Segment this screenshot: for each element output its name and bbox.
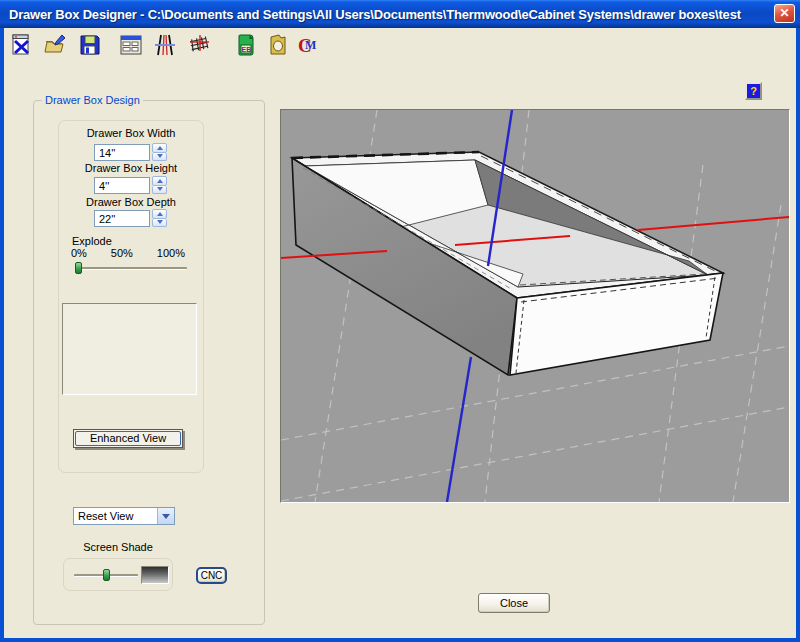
drafting-lines-icon: [153, 33, 177, 57]
cnc-button[interactable]: CNC: [196, 567, 227, 584]
drawer-box-3d-render: [281, 110, 789, 502]
group-title: Drawer Box Design: [42, 94, 143, 106]
width-label: Drawer Box Width: [58, 127, 204, 139]
preview-panel: [62, 303, 197, 395]
explode-slider[interactable]: [75, 261, 187, 275]
chevron-up-icon: [157, 179, 163, 183]
depth-input[interactable]: [94, 210, 150, 227]
width-spinner: [152, 143, 167, 161]
tick-100: 100%: [157, 247, 185, 259]
explode-label: Explode: [72, 235, 112, 247]
screen-shade-label: Screen Shade: [63, 541, 173, 553]
depth-spin-down[interactable]: [152, 219, 167, 228]
toolbar-button-open-edit[interactable]: [42, 32, 68, 58]
close-dialog-label: Close: [500, 597, 528, 609]
chevron-up-icon: [157, 146, 163, 150]
save-icon: [78, 33, 102, 57]
depth-spinner: [152, 209, 167, 227]
enhanced-view-button[interactable]: Enhanced View: [73, 429, 183, 448]
window-close-button[interactable]: ✕: [774, 4, 795, 23]
width-input[interactable]: [94, 144, 150, 161]
open-folder-icon: [43, 33, 67, 57]
window-title: Drawer Box Designer - C:\Documents and S…: [0, 7, 741, 22]
help-button[interactable]: ?: [745, 82, 762, 100]
toolbar-button-calculator[interactable]: [118, 32, 144, 58]
template-icon: [266, 33, 290, 57]
toolbar-button-new-drawing[interactable]: [8, 32, 34, 58]
height-spinner: [152, 176, 167, 194]
height-spin-up[interactable]: [152, 176, 167, 186]
screen-shade-slider[interactable]: [74, 568, 138, 582]
help-icon: ?: [750, 85, 757, 97]
toolbar-button-cm-logo[interactable]: C M: [296, 32, 322, 58]
svg-text:M: M: [305, 38, 316, 52]
drawer-box-designer-window: Drawer Box Designer - C:\Documents and S…: [0, 0, 800, 642]
chevron-down-icon: [162, 514, 170, 519]
titlebar[interactable]: Drawer Box Designer - C:\Documents and S…: [0, 0, 800, 28]
ebook-icon: EB: [234, 33, 258, 57]
calculator-icon: [119, 33, 143, 57]
toolbar-button-ebook[interactable]: EB: [233, 32, 259, 58]
grid-crosshair-icon: [187, 33, 211, 57]
toolbar-button-drafting-lines[interactable]: [152, 32, 178, 58]
screen-shade-slider-thumb[interactable]: [103, 569, 110, 581]
screen-shade-group: [63, 558, 173, 591]
tick-50: 50%: [111, 247, 133, 259]
new-drawing-icon: [9, 33, 33, 57]
explode-slider-thumb[interactable]: [75, 262, 82, 274]
explode-slider-track[interactable]: [75, 267, 187, 270]
cnc-label: CNC: [201, 570, 223, 581]
enhanced-view-label: Enhanced View: [75, 431, 181, 446]
toolbar-button-template[interactable]: [265, 32, 291, 58]
toolbar-button-grid-crosshair[interactable]: [186, 32, 212, 58]
svg-text:EB: EB: [242, 46, 252, 53]
depth-label: Drawer Box Depth: [58, 196, 204, 208]
chevron-down-icon: [157, 187, 163, 191]
shade-preview-swatch: [141, 566, 169, 584]
height-input[interactable]: [94, 177, 150, 194]
chevron-down-icon: [157, 154, 163, 158]
tick-0: 0%: [71, 247, 87, 259]
height-spin-down[interactable]: [152, 186, 167, 195]
combobox-dropdown-button[interactable]: [157, 508, 174, 524]
close-icon: ✕: [779, 6, 789, 20]
depth-spin-up[interactable]: [152, 209, 167, 219]
width-spin-up[interactable]: [152, 143, 167, 153]
height-label: Drawer Box Height: [58, 162, 204, 174]
cm-logo-icon: C M: [297, 33, 321, 57]
close-dialog-button[interactable]: Close: [478, 593, 550, 613]
width-spin-down[interactable]: [152, 153, 167, 162]
view-combobox-value: Reset View: [74, 510, 157, 522]
3d-viewport[interactable]: [280, 109, 790, 503]
chevron-up-icon: [157, 212, 163, 216]
chevron-down-icon: [157, 220, 163, 224]
explode-scale: 0% 50% 100%: [71, 247, 185, 259]
toolbar-button-save[interactable]: [77, 32, 103, 58]
view-combobox[interactable]: Reset View: [73, 507, 175, 525]
